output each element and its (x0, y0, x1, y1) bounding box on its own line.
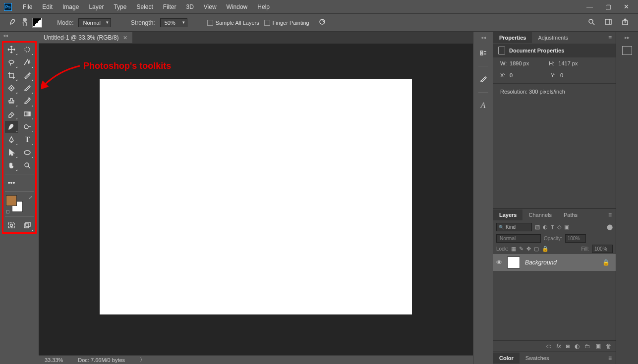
finger-painting-checkbox[interactable]: Finger Painting (264, 20, 309, 26)
filter-smart-icon[interactable]: ▣ (564, 224, 569, 230)
delete-layer-icon[interactable]: 🗑 (606, 343, 612, 350)
default-colors-icon[interactable]: ◻ (6, 209, 9, 214)
menu-select[interactable]: Select (131, 1, 158, 12)
gradient-tool[interactable] (21, 108, 34, 120)
canvas[interactable] (100, 79, 412, 314)
marquee-tool[interactable] (21, 44, 34, 55)
menu-help[interactable]: Help (252, 1, 275, 12)
lock-all-icon[interactable]: 🔒 (542, 246, 549, 252)
doc-size[interactable]: Doc: 7.66M/0 bytes (78, 357, 125, 363)
color-swatches[interactable]: ⤢ ◻ (5, 194, 34, 214)
menu-3d[interactable]: 3D (181, 1, 198, 12)
fill-value[interactable]: 100% (592, 245, 613, 253)
expand-right-icon[interactable]: ▸▸ (625, 35, 630, 40)
menu-type[interactable]: Type (109, 1, 131, 12)
canvas-area[interactable]: Photoshop's toolkits (39, 44, 473, 355)
adjustment-layer-icon[interactable]: ◐ (575, 343, 580, 350)
close-button[interactable]: ✕ (624, 3, 629, 10)
menu-window[interactable]: Window (222, 1, 253, 12)
expand-panels-icon[interactable]: ◂◂ (481, 35, 486, 40)
doc-width[interactable]: 1890 px (510, 60, 529, 66)
tab-swatches[interactable]: Swatches (520, 353, 555, 364)
close-tab-icon[interactable]: ✕ (123, 35, 127, 41)
lock-artboard-icon[interactable]: ▢ (534, 246, 539, 252)
filter-toggle-icon[interactable]: ⬤ (607, 224, 613, 230)
brush-swatch-icon[interactable] (32, 18, 42, 28)
lock-position-icon[interactable]: ✥ (526, 246, 531, 252)
menu-file[interactable]: File (18, 1, 37, 12)
new-layer-icon[interactable]: ▣ (595, 343, 601, 350)
doc-height[interactable]: 1417 px (558, 60, 578, 66)
doc-x[interactable]: 0 (510, 72, 513, 78)
lock-paint-icon[interactable]: ✎ (519, 246, 523, 252)
share-icon[interactable] (621, 18, 629, 27)
hand-tool[interactable] (5, 159, 18, 171)
healing-tool[interactable] (5, 82, 18, 94)
tab-layers[interactable]: Layers (493, 209, 522, 220)
doc-resolution[interactable]: Resolution: 300 pixels/inch (500, 89, 565, 95)
tab-adjustments[interactable]: Adjustments (532, 32, 574, 43)
opacity-value[interactable]: 100% (565, 234, 586, 243)
menu-image[interactable]: Image (58, 1, 84, 12)
layer-row-background[interactable]: 👁 Background 🔒 (493, 254, 616, 271)
zoom-level[interactable]: 33.33% (45, 357, 63, 363)
menu-layer[interactable]: Layer (84, 1, 109, 12)
panel-collapse-icon[interactable]: ◂◂ (0, 32, 39, 39)
brush-preset[interactable]: 13 (22, 18, 27, 27)
screen-mode-tool[interactable] (21, 219, 34, 231)
eraser-tool[interactable] (5, 108, 18, 120)
path-select-tool[interactable] (5, 147, 18, 158)
visibility-icon[interactable]: 👁 (496, 259, 502, 266)
brushes-panel-icon[interactable] (477, 73, 489, 85)
layer-lock-icon[interactable]: 🔒 (602, 259, 613, 266)
panel-menu-icon[interactable]: ≡ (604, 34, 616, 41)
document-tab[interactable]: Untitled-1 @ 33.3% (RGB/8) ✕ (39, 32, 132, 43)
pressure-icon[interactable] (318, 18, 326, 27)
workspace-icon[interactable] (604, 18, 612, 27)
foreground-color[interactable] (6, 195, 17, 206)
link-layers-icon[interactable]: ⬭ (546, 343, 551, 350)
sample-all-layers-checkbox[interactable]: Sample All Layers (207, 20, 259, 26)
doc-y[interactable]: 0 (560, 72, 563, 78)
crop-tool[interactable] (5, 69, 18, 81)
blend-mode-select[interactable]: Normal (496, 234, 541, 243)
layer-name[interactable]: Background (525, 259, 557, 266)
filter-pixel-icon[interactable]: ▧ (535, 224, 540, 230)
shape-tool[interactable] (21, 147, 34, 158)
brush-tool[interactable] (21, 82, 34, 94)
smudge-tool[interactable] (5, 121, 18, 133)
filter-shape-icon[interactable]: ◇ (557, 224, 561, 230)
menu-view[interactable]: View (199, 1, 222, 12)
menu-edit[interactable]: Edit (37, 1, 58, 12)
smudge-tool-icon[interactable] (9, 18, 17, 27)
tab-color[interactable]: Color (493, 353, 520, 364)
zoom-tool[interactable] (21, 159, 34, 171)
eyedropper-tool[interactable] (21, 69, 34, 81)
search-icon[interactable] (587, 18, 595, 27)
move-tool[interactable] (5, 44, 18, 55)
dodge-tool[interactable] (21, 121, 34, 133)
quick-select-tool[interactable] (21, 56, 34, 68)
lasso-tool[interactable] (5, 56, 18, 68)
history-brush-tool[interactable] (21, 95, 34, 107)
group-icon[interactable]: 🗀 (584, 343, 590, 350)
tab-channels[interactable]: Channels (522, 209, 557, 220)
history-panel-icon[interactable] (477, 47, 489, 59)
maximize-button[interactable]: ▢ (605, 3, 611, 10)
menu-filter[interactable]: Filter (158, 1, 181, 12)
color-menu-icon[interactable]: ≡ (604, 355, 616, 362)
mode-select[interactable]: Normal (78, 18, 111, 27)
tab-paths[interactable]: Paths (558, 209, 583, 220)
layer-mask-icon[interactable]: ◙ (566, 343, 570, 350)
type-tool[interactable]: T (21, 134, 34, 146)
layer-fx-icon[interactable]: fx (556, 343, 561, 350)
layers-menu-icon[interactable]: ≡ (604, 211, 616, 218)
lock-transparent-icon[interactable]: ▦ (511, 246, 516, 252)
pen-tool[interactable] (5, 134, 18, 146)
tab-properties[interactable]: Properties (493, 32, 532, 43)
status-chevron-icon[interactable]: 〉 (140, 356, 145, 364)
filter-type-icon[interactable]: T (551, 224, 554, 230)
minimize-button[interactable]: — (586, 3, 593, 10)
layer-filter-select[interactable]: Kind (496, 223, 532, 231)
edit-toolbar-button[interactable]: ••• (5, 177, 18, 189)
